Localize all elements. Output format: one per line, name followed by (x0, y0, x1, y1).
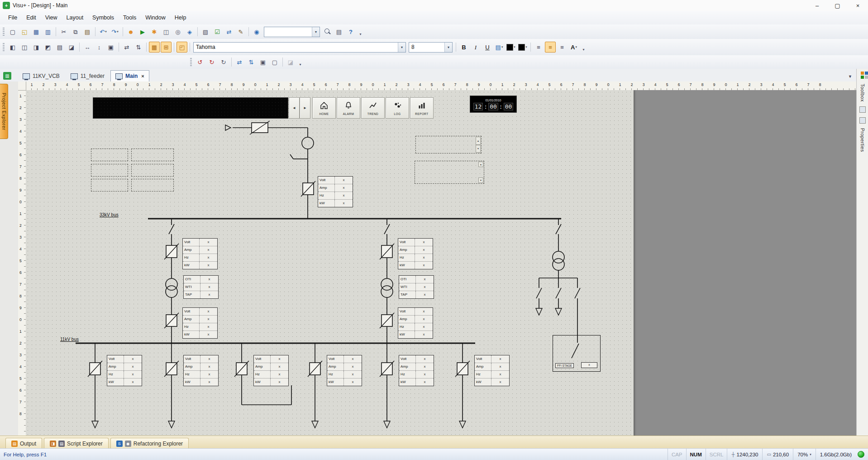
text-field-box[interactable] (91, 149, 128, 161)
meter-table[interactable]: VoltxAmpxHzxkWx (398, 238, 433, 269)
menu-tools[interactable]: Tools (119, 13, 141, 23)
trend-nav-button[interactable]: TREND (361, 97, 385, 119)
minimize-button[interactable]: – (807, 0, 827, 11)
toolbar-grip[interactable] (190, 58, 192, 66)
marquee-prev-button[interactable]: ◄ (289, 97, 300, 119)
ffi-stage-box[interactable]: FFI STAGEx (553, 335, 601, 372)
save-all-icon[interactable]: ▥ (43, 26, 53, 37)
scrollbar[interactable]: ▲▼ (478, 162, 483, 183)
panel-tab-refactoring-explorer[interactable]: S◆Refactoring Explorer (110, 438, 189, 449)
align-vertical-centers-icon[interactable]: ◫ (19, 42, 30, 53)
text-field-box[interactable]: ▲▼ (415, 161, 484, 184)
align-text-center-icon[interactable]: ≡ (545, 42, 556, 53)
print-icon[interactable]: ▤ (334, 26, 344, 37)
space-across-icon[interactable]: ⇄ (121, 42, 132, 53)
undo-icon[interactable]: ↶▾ (98, 26, 109, 37)
tab-list-chevron-icon[interactable]: ▼ (848, 74, 852, 79)
design-canvas[interactable]: ◄►HOMEALARMTRENDLOGREPORT01/01/201012:00… (26, 90, 857, 436)
quick-search-combo[interactable]: ▾ (264, 27, 320, 37)
make-same-size-icon[interactable]: ▣ (105, 42, 116, 53)
text-field-box[interactable] (91, 179, 128, 192)
open-folder-icon[interactable]: ◱ (19, 26, 30, 37)
up-arrow-icon[interactable]: ▲ (478, 162, 483, 167)
menu-view[interactable]: View (41, 13, 62, 23)
meter-table[interactable]: VoltxAmpxHzxkWx (107, 355, 142, 386)
text-field-box[interactable] (131, 149, 174, 161)
doc-tab-11kv_vcb[interactable]: 11KV_VCB (18, 70, 65, 81)
rotate-left-90-icon[interactable]: ↺ (195, 57, 205, 67)
space-down-icon[interactable]: ⇅ (133, 42, 144, 53)
report-nav-button[interactable]: REPORT (410, 97, 434, 119)
transformer-status-table[interactable]: OTIxWTIxTAPx (183, 275, 219, 299)
group-objects-icon[interactable]: ▣ (258, 57, 268, 67)
meter-table[interactable]: VoltxAmpxHzxkWx (182, 307, 218, 339)
toolbar-grip[interactable] (3, 28, 5, 36)
toolbar-grip[interactable] (3, 43, 5, 51)
meter-table[interactable]: VoltxAmpxHzxkWx (183, 355, 219, 386)
underline-icon[interactable]: U (482, 42, 493, 53)
info-icon[interactable]: ◉ (251, 26, 262, 37)
menu-symbols[interactable]: Symbols (88, 13, 119, 23)
show-grid-icon[interactable]: ▦ (149, 42, 160, 53)
toolbar-overflow-icon[interactable]: ▾ (297, 57, 303, 67)
flip-vertical-icon[interactable]: ⇅ (246, 57, 257, 67)
rotate-right-90-icon[interactable]: ↻ (206, 57, 217, 67)
properties-tab[interactable]: Properties (860, 128, 865, 152)
design-page[interactable]: ◄►HOMEALARMTRENDLOGREPORT01/01/201012:00… (26, 90, 634, 436)
meter-table[interactable]: VoltxAmpxHzxkWx (253, 355, 289, 386)
doc-tab-main[interactable]: Main× (110, 70, 149, 81)
align-right-edges-icon[interactable]: ◨ (31, 42, 42, 53)
script-editor-icon[interactable]: ▧ (200, 26, 211, 37)
toolbar-overflow-icon[interactable]: ▾ (581, 42, 587, 53)
find-icon[interactable] (322, 26, 333, 37)
home-nav-button[interactable]: HOME (312, 97, 336, 119)
menu-window[interactable]: Window (141, 13, 170, 23)
meter-table[interactable]: VoltxAmpxHzxkWx (399, 355, 434, 386)
meter-table[interactable]: VoltxAmpxHzxkWx (474, 355, 510, 386)
dropdown-arrow-icon[interactable]: ▾ (398, 43, 405, 52)
align-bottom-edges-icon[interactable]: ◪ (66, 42, 77, 53)
corner-style-icon[interactable]: ◰ (176, 42, 187, 53)
marquee-display[interactable] (93, 97, 288, 119)
toolbox-tab[interactable]: Toolbox (860, 84, 865, 102)
text-color-icon[interactable]: ▾ (506, 42, 516, 53)
toolbox-icon[interactable] (861, 72, 864, 75)
zoom-caret-icon[interactable]: ▾ (810, 453, 811, 456)
menu-help[interactable]: Help (170, 13, 191, 23)
align-left-edges-icon[interactable]: ◧ (7, 42, 18, 53)
panel-tab-script-explorer[interactable]: ◨▤Script Explorer (44, 438, 109, 449)
meter-table[interactable]: VoltxAmpxHzxkWx (398, 307, 433, 339)
make-same-width-icon[interactable]: ↔ (82, 42, 93, 53)
dropdown-arrow-icon[interactable]: ▾ (444, 43, 452, 52)
doc-tab-11_feeder[interactable]: 11_feeder (66, 70, 110, 81)
tab-close-icon[interactable]: × (141, 73, 144, 79)
flip-horizontal-icon[interactable]: ⇄ (234, 57, 245, 67)
text-field-box[interactable] (131, 164, 174, 177)
new-file-icon[interactable]: ▢ (7, 26, 18, 37)
spinner-arrows[interactable]: ▲▼ (476, 137, 481, 153)
run-project-icon[interactable]: ▶ (137, 26, 148, 37)
down-arrow-icon[interactable]: ▼ (476, 145, 481, 153)
bold-icon[interactable]: B (458, 42, 469, 53)
marquee-next-button[interactable]: ► (300, 97, 310, 119)
zoom-level[interactable]: 70%▾ (793, 449, 816, 460)
down-arrow-icon[interactable]: ▼ (478, 177, 483, 183)
close-button[interactable]: × (848, 0, 868, 11)
text-field-box[interactable] (91, 164, 128, 177)
align-middles-icon[interactable]: ▤ (54, 42, 65, 53)
font-family-combo[interactable]: Tahoma▾ (193, 42, 406, 53)
panel-tab-output[interactable]: ▤Output (5, 438, 42, 449)
text-image-icon[interactable]: ▤▾ (494, 42, 505, 53)
toolbar-overflow-icon[interactable]: ▾ (358, 26, 363, 37)
properties-icon[interactable] (859, 117, 866, 124)
meter-table[interactable]: VoltxAmpxHzxkWx (327, 355, 362, 386)
make-same-height-icon[interactable]: ↕ (94, 42, 105, 53)
back-color-icon[interactable]: ▾ (517, 42, 528, 53)
transformer-status-table[interactable]: OTIxWTIxTAPx (399, 275, 434, 299)
ungroup-objects-icon[interactable]: ▢ (269, 57, 280, 67)
font-effects-icon[interactable]: A▾ (568, 42, 579, 53)
text-field-box[interactable]: ▲▼ (415, 136, 482, 153)
dropdown-arrow-icon[interactable]: ▾ (312, 27, 320, 37)
text-field-box[interactable] (131, 179, 174, 192)
find-in-project-icon[interactable]: ◎ (172, 26, 183, 37)
